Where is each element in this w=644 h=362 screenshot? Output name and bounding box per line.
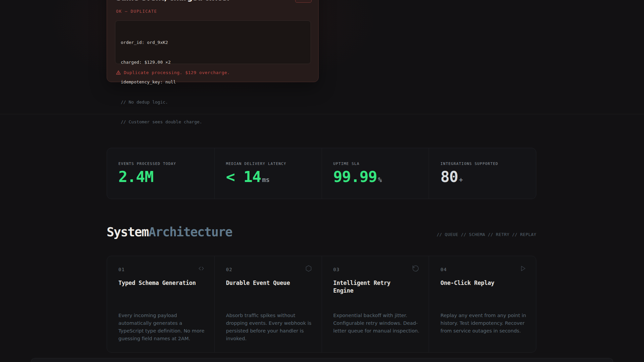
feature-description: Exponential backoff with jitter. Configu…: [333, 312, 421, 335]
feature-title: Durable Event Queue: [226, 279, 307, 287]
stat-value: 80: [440, 169, 458, 184]
stat-suffix: ms: [262, 176, 270, 183]
code-line: idempotency_key: null: [121, 79, 305, 85]
stat-uptime-sla: UPTIME SLA 99.99 %: [322, 148, 429, 199]
feature-card-retry-engine: 03 Intelligent Retry Engine Exponential …: [322, 256, 429, 352]
incident-status-label: OK — DUPLICATE: [116, 9, 157, 14]
feature-title: One-Click Replay: [440, 279, 521, 287]
stat-label: EVENTS PROCESSED TODAY: [118, 162, 214, 166]
feature-card-typed-schema: 01 Typed Schema Generation Every incomin…: [107, 256, 214, 352]
warning-message: Duplicate processing. $129 overcharge.: [116, 70, 230, 75]
feature-number: 04: [440, 267, 527, 272]
section-tagline: // QUEUE // SCHEMA // RETRY // REPLAY: [437, 232, 536, 237]
feature-card-event-queue: 02 Durable Event Queue Absorb traffic sp…: [214, 256, 322, 352]
stat-label: MEDIAN DELIVERY LATENCY: [226, 162, 322, 166]
code-line: charged: $129.00 ×2: [121, 59, 305, 66]
feature-title: Intelligent Retry Engine: [333, 279, 414, 295]
stat-events-processed: EVENTS PROCESSED TODAY 2.4M: [107, 148, 214, 199]
warning-text: Duplicate processing. $129 overcharge.: [124, 70, 230, 75]
http-status-badge: 200: [295, 0, 312, 3]
section-title-secondary: Architecture: [149, 225, 232, 239]
code-comment-line: // No dedup logic.: [121, 99, 305, 106]
stat-suffix: %: [378, 176, 382, 183]
retry-rotate-icon: [412, 265, 419, 272]
feature-number: 01: [118, 267, 206, 272]
stat-label: UPTIME SLA: [333, 162, 429, 166]
stat-delivery-latency: MEDIAN DELIVERY LATENCY < 14 ms: [214, 148, 322, 199]
background-glow: [0, 0, 644, 114]
next-section-preview: [31, 358, 613, 362]
code-brackets-icon: [198, 265, 205, 272]
code-line: order_id: ord_9xK2: [121, 39, 305, 46]
landing-page: Same event, charged twice. 200 OK — DUPL…: [0, 0, 644, 362]
feature-title: Typed Schema Generation: [118, 279, 199, 287]
feature-description: Every incoming payload automatically gen…: [118, 312, 206, 343]
feature-number: 03: [333, 267, 420, 272]
play-icon: [519, 265, 527, 272]
stat-value: < 14: [226, 169, 261, 184]
stat-integrations: INTEGRATIONS SUPPORTED 80 +: [429, 148, 536, 199]
warning-triangle-icon: [116, 70, 121, 75]
stat-label: INTEGRATIONS SUPPORTED: [440, 162, 536, 166]
code-comment-line: // Customer sees double charge.: [121, 119, 305, 125]
incident-card: Same event, charged twice. 200 OK — DUPL…: [107, 0, 319, 82]
feature-description: Absorb traffic spikes without dropping e…: [226, 312, 314, 343]
stat-value: 2.4M: [118, 169, 153, 184]
architecture-section-header: SystemArchitecture // QUEUE // SCHEMA //…: [107, 225, 536, 241]
features-panel: 01 Typed Schema Generation Every incomin…: [107, 256, 536, 353]
feature-description: Replay any event from any point in histo…: [440, 312, 528, 335]
section-title-primary: System: [107, 225, 149, 239]
stat-suffix: +: [459, 176, 463, 183]
section-divider: [0, 114, 644, 114]
feature-card-replay: 04 One-Click Replay Replay any event fro…: [429, 256, 536, 352]
stats-panel: EVENTS PROCESSED TODAY 2.4M MEDIAN DELIV…: [107, 148, 536, 199]
stat-value: 99.99: [333, 169, 377, 184]
incident-card-title: Same event, charged twice.: [116, 0, 229, 2]
code-block: order_id: ord_9xK2 charged: $129.00 ×2 i…: [115, 20, 311, 64]
hexagon-icon: [305, 265, 312, 272]
feature-number: 02: [226, 267, 313, 272]
